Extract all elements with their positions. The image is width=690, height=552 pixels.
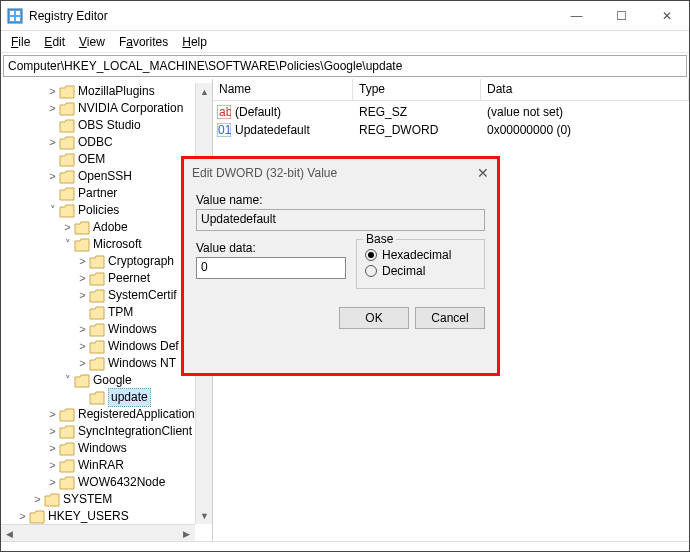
registry-editor-window: Registry Editor — ☐ ✕ File Edit View Fav…	[0, 0, 690, 552]
tree-item[interactable]: >RegisteredApplication	[1, 406, 212, 423]
tree-item[interactable]: >SYSTEM	[1, 491, 212, 508]
edit-dword-dialog: Edit DWORD (32-bit) Value ✕ Value name: …	[181, 156, 500, 376]
chevron-down-icon[interactable]: ˅	[46, 202, 59, 219]
tree-item-label: Google	[93, 372, 132, 389]
menu-edit[interactable]: Edit	[38, 33, 71, 51]
chevron-right-icon[interactable]: >	[46, 406, 59, 423]
scroll-up-icon[interactable]: ▲	[196, 83, 213, 100]
chevron-right-icon[interactable]: >	[76, 270, 89, 287]
address-bar[interactable]: Computer\HKEY_LOCAL_MACHINE\SOFTWARE\Pol…	[3, 55, 687, 77]
value-data-field[interactable]: 0	[196, 257, 346, 279]
chevron-right-icon[interactable]: >	[76, 253, 89, 270]
value-name-label: Value name:	[196, 193, 485, 207]
ok-button[interactable]: OK	[339, 307, 409, 329]
svg-rect-4	[16, 17, 20, 21]
tree-item[interactable]: >MozillaPlugins	[1, 83, 212, 100]
chevron-down-icon[interactable]: ˅	[61, 236, 74, 253]
window-title: Registry Editor	[29, 9, 554, 23]
tree-item-label: NVIDIA Corporation	[78, 100, 183, 117]
tree-item-label: OEM	[78, 151, 105, 168]
tree-item-label: SYSTEM	[63, 491, 112, 508]
tree-item[interactable]: update	[1, 389, 212, 406]
value-data-label: Value data:	[196, 241, 346, 255]
chevron-right-icon[interactable]: >	[31, 491, 44, 508]
radio-icon	[365, 249, 377, 261]
chevron-right-icon[interactable]: >	[46, 83, 59, 100]
tree-item[interactable]: >NVIDIA Corporation	[1, 100, 212, 117]
menu-favorites[interactable]: Favorites	[113, 33, 174, 51]
value-list[interactable]: ab(Default)REG_SZ(value not set)010Updat…	[213, 101, 689, 139]
chevron-right-icon[interactable]: >	[76, 355, 89, 372]
tree-item[interactable]: >WinRAR	[1, 457, 212, 474]
value-row[interactable]: ab(Default)REG_SZ(value not set)	[213, 103, 689, 121]
tree-item-label: SystemCertif	[108, 287, 177, 304]
tree-item-label: Adobe	[93, 219, 128, 236]
maximize-button[interactable]: ☐	[599, 1, 644, 30]
chevron-right-icon[interactable]: >	[46, 474, 59, 491]
chevron-right-icon[interactable]: >	[46, 168, 59, 185]
value-name: Updatedefault	[235, 123, 310, 137]
value-row[interactable]: 010UpdatedefaultREG_DWORD0x00000000 (0)	[213, 121, 689, 139]
dialog-titlebar: Edit DWORD (32-bit) Value ✕	[184, 159, 497, 187]
tree-item[interactable]: OBS Studio	[1, 117, 212, 134]
radio-hexadecimal[interactable]: Hexadecimal	[365, 248, 476, 262]
column-headers: Name Type Data	[213, 79, 689, 101]
tree-item-label: RegisteredApplication	[78, 406, 195, 423]
chevron-right-icon[interactable]: >	[46, 423, 59, 440]
radio-dec-label: Decimal	[382, 264, 425, 278]
minimize-button[interactable]: —	[554, 1, 599, 30]
menu-file[interactable]: File	[5, 33, 36, 51]
chevron-right-icon[interactable]: >	[76, 287, 89, 304]
close-button[interactable]: ✕	[644, 1, 689, 30]
tree-item-label: OpenSSH	[78, 168, 132, 185]
tree-item-label: Windows NT	[108, 355, 176, 372]
tree-scrollbar-h[interactable]: ◀ ▶	[1, 524, 195, 541]
radio-decimal[interactable]: Decimal	[365, 264, 476, 278]
tree-item[interactable]: >WOW6432Node	[1, 474, 212, 491]
value-type: REG_SZ	[353, 105, 481, 119]
tree-item[interactable]: >HKEY_USERS	[1, 508, 212, 525]
tree-item-label: OBS Studio	[78, 117, 141, 134]
base-group-label: Base	[363, 232, 396, 246]
radio-hex-label: Hexadecimal	[382, 248, 451, 262]
value-type: REG_DWORD	[353, 123, 481, 137]
chevron-right-icon[interactable]: >	[76, 338, 89, 355]
tree-item-label: Peernet	[108, 270, 150, 287]
tree-item[interactable]: >Windows	[1, 440, 212, 457]
col-data[interactable]: Data	[481, 79, 689, 100]
tree-item[interactable]: >SyncIntegrationClient	[1, 423, 212, 440]
value-data: 0x00000000 (0)	[481, 123, 689, 137]
tree-item-label: Microsoft	[93, 236, 142, 253]
svg-rect-3	[10, 17, 14, 21]
tree-item-label: Partner	[78, 185, 117, 202]
menu-view[interactable]: View	[73, 33, 111, 51]
col-name[interactable]: Name	[213, 79, 353, 100]
tree-item-label: WOW6432Node	[78, 474, 165, 491]
menu-help[interactable]: Help	[176, 33, 213, 51]
tree-item-label: HKEY_USERS	[48, 508, 129, 525]
chevron-right-icon[interactable]: >	[16, 508, 29, 525]
chevron-right-icon[interactable]: >	[46, 134, 59, 151]
svg-text:ab: ab	[219, 105, 231, 119]
scroll-down-icon[interactable]: ▼	[196, 507, 213, 524]
chevron-right-icon[interactable]: >	[61, 219, 74, 236]
tree-item-label: ODBC	[78, 134, 113, 151]
chevron-right-icon[interactable]: >	[46, 457, 59, 474]
tree-item-label: Windows	[78, 440, 127, 457]
chevron-right-icon[interactable]: >	[46, 440, 59, 457]
base-group: Base Hexadecimal Decimal	[356, 239, 485, 289]
col-type[interactable]: Type	[353, 79, 481, 100]
scroll-left-icon[interactable]: ◀	[1, 525, 18, 541]
chevron-down-icon[interactable]: ˅	[61, 372, 74, 389]
dialog-close-button[interactable]: ✕	[477, 165, 489, 181]
chevron-right-icon[interactable]: >	[46, 100, 59, 117]
value-data: (value not set)	[481, 105, 689, 119]
menubar: File Edit View Favorites Help	[1, 31, 689, 53]
chevron-right-icon[interactable]: >	[76, 321, 89, 338]
tree-item[interactable]: >ODBC	[1, 134, 212, 151]
tree-item-label: SyncIntegrationClient	[78, 423, 192, 440]
value-name: (Default)	[235, 105, 281, 119]
scroll-right-icon[interactable]: ▶	[178, 525, 195, 541]
titlebar: Registry Editor — ☐ ✕	[1, 1, 689, 31]
cancel-button[interactable]: Cancel	[415, 307, 485, 329]
